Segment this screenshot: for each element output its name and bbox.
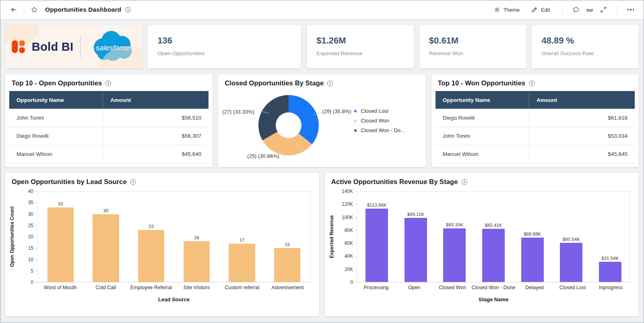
back-button[interactable] (8, 4, 19, 15)
view-mode-button[interactable] (584, 4, 595, 15)
back-arrow-icon (10, 6, 17, 13)
kpi-label: Expected Revenue (316, 50, 404, 56)
bar[interactable] (560, 243, 582, 282)
theme-button[interactable]: Theme (489, 4, 524, 15)
bar[interactable] (229, 244, 255, 282)
y-axis-ticks: 140K120K100K80K60K40K20K0 (339, 191, 357, 282)
legend-ring-icon (354, 119, 358, 123)
closed-by-stage-donut-card: Closed Opportunities By Stage (29) (35.8… (218, 74, 425, 167)
bar-value-label: $60.54K (563, 237, 580, 242)
more-options-button[interactable] (625, 6, 637, 13)
plot-area: 333023181715 (37, 191, 310, 282)
bar[interactable] (274, 248, 300, 282)
bar[interactable] (93, 214, 119, 282)
glasses-icon (586, 6, 593, 13)
donut-legend: Closed Lost Closed Won Closed Won - Do..… (354, 108, 405, 133)
fullscreen-button[interactable] (598, 4, 609, 15)
x-axis-title: Lead Source (37, 293, 310, 305)
legend-ring-icon (354, 128, 358, 133)
cell-name: Manuel Wilson (436, 145, 529, 163)
y-tick-mark (35, 282, 37, 283)
bar-Site Visitors[interactable]: 18 (174, 192, 219, 282)
table-row[interactable]: Diego Rovelli$61,818 (436, 109, 635, 127)
bar[interactable] (521, 238, 544, 282)
y-tick-label: 80K (345, 228, 353, 233)
logo-divider (80, 35, 81, 58)
bar-value-label: 15 (285, 242, 290, 247)
bar[interactable] (443, 228, 466, 282)
bar-Delayed[interactable]: $68.88K (513, 192, 552, 282)
y-tick-label: 40K (345, 253, 353, 259)
y-tick-label: 60K (345, 240, 353, 246)
bar-Employee Referral[interactable]: 23 (128, 192, 174, 282)
bar-value-label: $82.41K (485, 223, 502, 228)
revenue-by-stage-chart-card: Active Opportunities Revenue By Stage Ex… (325, 173, 639, 316)
bar-value-label: 30 (103, 208, 109, 213)
table-row[interactable]: Diego Rovelli$56,307 (9, 127, 208, 145)
bar-Open[interactable]: $99.11K (396, 192, 436, 282)
boldbi-logo-text: Bold BI (32, 40, 74, 54)
bar-Closed Lost[interactable]: $60.54K (552, 192, 591, 282)
bar[interactable] (365, 209, 388, 282)
y-tick-label: 20 (28, 234, 33, 240)
edit-button[interactable]: Edit (527, 4, 554, 15)
donut-chart[interactable] (258, 95, 319, 155)
x-category-label: Processing (357, 285, 395, 290)
bar-Processing[interactable]: $113.86K (357, 192, 396, 282)
bar-Custom referral[interactable]: 17 (219, 192, 265, 282)
open-opportunities-table: Opportunity Name Amount John Tonini$56,5… (9, 91, 208, 164)
cell-amount: $56,510 (103, 109, 209, 127)
x-category-label: Closed Lost (553, 285, 592, 290)
bar[interactable] (184, 241, 210, 282)
won-opportunities-table-card: Top 10 - Won Opportunities Opportunity N… (431, 74, 639, 167)
legend-item-closed-won[interactable]: Closed Won (354, 118, 405, 124)
legend-item-closed-won-done[interactable]: Closed Won - Do... (354, 127, 405, 133)
widget-info-icon[interactable] (327, 81, 333, 86)
table-row[interactable]: Manuel Wilson$45,640 (9, 145, 208, 163)
kpi-value: 48.89 % (541, 35, 629, 46)
y-axis-title: Open Opportunities Count (9, 191, 19, 282)
bar-value-label: $31.54K (601, 256, 619, 261)
kpi-value: $0.61M (429, 35, 517, 46)
favorite-button[interactable] (29, 4, 39, 15)
kpi-revenue-won: $0.61M Revenue Won (419, 25, 526, 68)
bar-value-label: $99.11K (407, 212, 424, 217)
table-row[interactable]: Manuel Wilson$45,645 (436, 145, 635, 163)
cell-amount: $45,640 (103, 145, 209, 163)
widget-info-icon[interactable] (105, 81, 111, 86)
bar-Advertisement[interactable]: 15 (264, 192, 310, 282)
open-opportunities-table-card: Top 10 - Open Opportunities Opportunity … (5, 74, 213, 167)
dashboard-info-icon[interactable] (125, 7, 131, 12)
x-axis-labels: Word of MouthCold CallEmployee ReferralS… (37, 282, 310, 293)
bar-Cold Call[interactable]: 30 (83, 192, 129, 282)
column-header: Amount (529, 91, 635, 109)
bar-Closed Won - Done[interactable]: $82.41K (474, 192, 513, 282)
y-tick-label: 5 (31, 268, 33, 274)
widget-info-icon[interactable] (462, 179, 467, 185)
widget-info-icon[interactable] (529, 81, 535, 86)
table-row[interactable]: John Tonini$53,034 (436, 127, 635, 145)
bar[interactable] (47, 207, 74, 282)
bar[interactable] (138, 230, 164, 282)
x-category-label: Employee Referral (128, 285, 174, 290)
bar-Closed Won[interactable]: $83.15K (435, 192, 474, 282)
donut-callout-closed-lost: (29) (35.8%) (322, 108, 351, 114)
comments-button[interactable] (571, 4, 581, 15)
table-row[interactable]: John Tonini$56,510 (9, 109, 208, 127)
lead-source-bar-chart: Open Opportunities Count 403530252015105… (5, 188, 319, 305)
donut-chart-area: (29) (35.8%) (25) (30.86%) (27) (33.33%)… (218, 89, 425, 163)
x-category-label: Advertisement (265, 285, 310, 290)
x-category-label: Site Visitors (174, 285, 219, 290)
y-tick-label: 40 (28, 188, 33, 194)
bar[interactable] (405, 218, 427, 282)
legend-item-closed-lost[interactable]: Closed Lost (354, 108, 405, 114)
widget-info-icon[interactable] (130, 179, 136, 185)
bar-Word of Mouth[interactable]: 33 (38, 192, 83, 282)
bar-Inprogress[interactable]: $31.54K (590, 192, 630, 282)
y-tick-label: 120K (342, 201, 353, 207)
y-tick-label: 25 (28, 223, 33, 228)
bar[interactable] (599, 262, 621, 282)
widget-title: Active Opportunities Revenue By Stage (331, 178, 458, 186)
bar[interactable] (482, 229, 505, 282)
topbar-divider (24, 5, 24, 14)
